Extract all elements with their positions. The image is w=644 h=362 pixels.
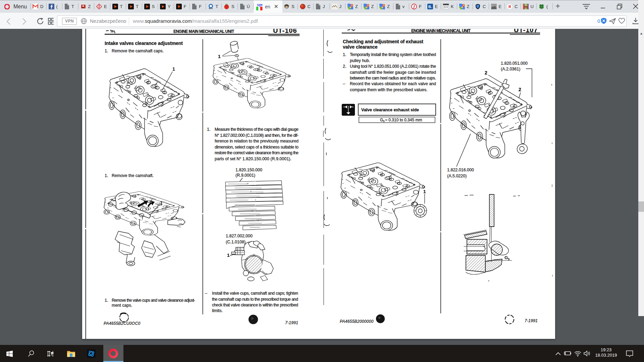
svg-text:UT-106: UT-106 — [273, 29, 297, 34]
svg-text:pulley hub.: pulley hub. — [350, 58, 370, 63]
svg-text:7-1991: 7-1991 — [285, 320, 298, 325]
svg-text:SQM: SQM — [257, 4, 262, 7]
svg-text:Remove the camshaft.: Remove the camshaft. — [112, 173, 154, 178]
svg-text:Remove the camshaft caps.: Remove the camshaft caps. — [112, 49, 164, 53]
svg-text:1: 1 — [227, 253, 230, 258]
svg-text:m: m — [524, 4, 528, 9]
svg-text:Miber: Miber — [209, 8, 213, 9]
svg-text:Using tool N° 1.820.051.000 (A: Using tool N° 1.820.051.000 (A.2.0361) r… — [350, 64, 436, 69]
svg-text:–: – — [205, 291, 207, 296]
svg-text:Temporarily install the timing: Temporarily install the timing system dr… — [350, 52, 436, 57]
svg-text:1: 1 — [423, 189, 426, 194]
svg-text:s: s — [383, 119, 385, 123]
svg-text:Checking and adjustment of exh: Checking and adjustment of exhaust — [343, 39, 423, 44]
svg-text:7-1991: 7-1991 — [525, 318, 538, 323]
svg-text:parts of set N° 1.820.150.000: parts of set N° 1.820.150.000 (R.9.0001)… — [215, 157, 291, 161]
svg-text:1.820.051.000: 1.820.051.000 — [501, 61, 528, 66]
svg-text:1.: 1. — [105, 173, 108, 178]
svg-text:dimension, select caps of a th: dimension, select caps of a thickness su… — [215, 145, 299, 149]
svg-text:PA4655B2000000: PA4655B2000000 — [340, 319, 374, 324]
svg-text:s: s — [508, 257, 510, 261]
svg-text:G: G — [504, 255, 508, 260]
svg-text:check that valve clearance is: check that valve clearance is within the… — [212, 303, 298, 307]
svg-text:1.822.016.000: 1.822.016.000 — [447, 168, 474, 172]
svg-text:compare them with the prescrib: compare them with the prescribed values. — [350, 87, 427, 92]
svg-text:–: – — [343, 81, 345, 86]
svg-text:Measure the thickness of the c: Measure the thickness of the caps with d… — [215, 127, 299, 132]
svg-text:restore the correct valve clea: restore the correct valve clearance from… — [215, 150, 299, 155]
svg-text:(C.1.0108): (C.1.0108) — [226, 240, 246, 244]
svg-text:2: 2 — [519, 87, 521, 92]
svg-text:the camshaft cap nuts to the p: the camshaft cap nuts to the prescribed … — [212, 297, 298, 302]
svg-text:valve clearance: valve clearance — [343, 44, 378, 50]
svg-text:(R.9.0001): (R.9.0001) — [235, 173, 255, 178]
svg-text:1.: 1. — [207, 127, 210, 132]
svg-text:camshaft until the feeler gaug: camshaft until the feeler gauge can be i… — [350, 70, 436, 75]
svg-text:Valve clearance exhaust side: Valve clearance exhaust side — [361, 108, 419, 112]
svg-text:G: G — [380, 118, 383, 122]
svg-text:1: 1 — [218, 54, 221, 59]
svg-text:2.: 2. — [343, 64, 346, 69]
svg-text:1.827.002.000: 1.827.002.000 — [226, 234, 253, 238]
svg-text:2: 2 — [485, 70, 487, 75]
svg-text:1.: 1. — [105, 298, 108, 303]
svg-text:N° 1.827.002.000 (C.1.0108) an: N° 1.827.002.000 (C.1.0108) and then, fo… — [215, 133, 299, 138]
svg-text:1.820.150.000: 1.820.150.000 — [235, 168, 262, 172]
svg-text:= 0.310 to 0.345 mm: = 0.310 to 0.345 mm — [385, 118, 422, 122]
svg-text:Intake valves clearance adjust: Intake valves clearance adjustment — [105, 41, 183, 46]
svg-text:Record the values obtained for: Record the values obtained for each valv… — [350, 81, 436, 86]
svg-text:(A.5.0220): (A.5.0220) — [447, 174, 467, 178]
svg-text:ENGINE MAIN MECHANICAL UNIT: ENGINE MAIN MECHANICAL UNIT — [173, 29, 234, 34]
svg-text:Remove the valve cups and valv: Remove the valve cups and valve clearanc… — [112, 298, 195, 303]
svg-text:1: 1 — [160, 200, 163, 205]
svg-text:Install the valve cups, camsha: Install the valve cups, camshaft and cap… — [212, 291, 298, 296]
svg-text:B.: B. — [428, 4, 432, 8]
svg-text:ference in relation to the pre: ference in relation to the previously me… — [215, 139, 299, 143]
svg-text:PA4655B2CU0OC0: PA4655B2CU0OC0 — [104, 321, 140, 326]
svg-text:1.: 1. — [343, 52, 346, 57]
svg-text:ENGINE MAIN MECHANICAL UNIT: ENGINE MAIN MECHANICAL UNIT — [411, 29, 471, 33]
svg-text:between the cam heel radius an: between the cam heel radius and the rela… — [350, 76, 436, 80]
svg-text:ment caps.: ment caps. — [112, 303, 132, 308]
svg-text:1: 1 — [172, 66, 175, 72]
svg-text:1.: 1. — [105, 49, 108, 53]
svg-text:limits.: limits. — [212, 308, 223, 313]
svg-text:(A.2.0361): (A.2.0361) — [501, 67, 520, 71]
